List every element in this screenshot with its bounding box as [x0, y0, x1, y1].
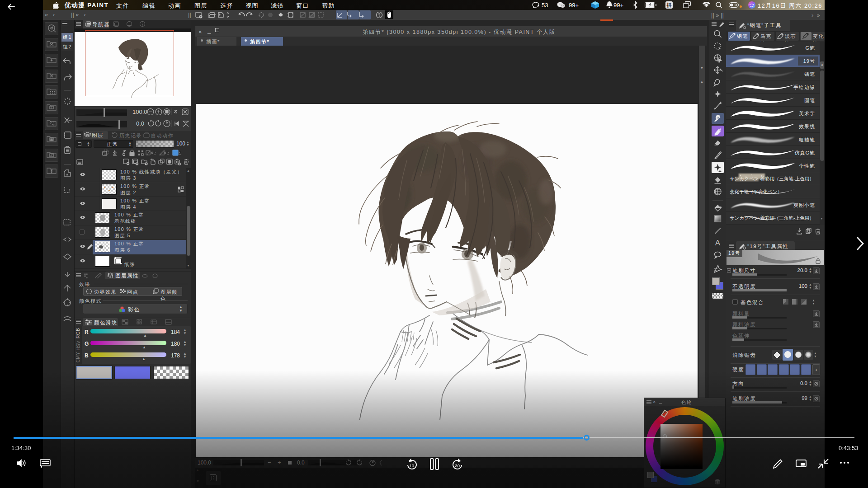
svg-text:10: 10 [410, 463, 415, 468]
svg-text:30: 30 [455, 463, 460, 468]
